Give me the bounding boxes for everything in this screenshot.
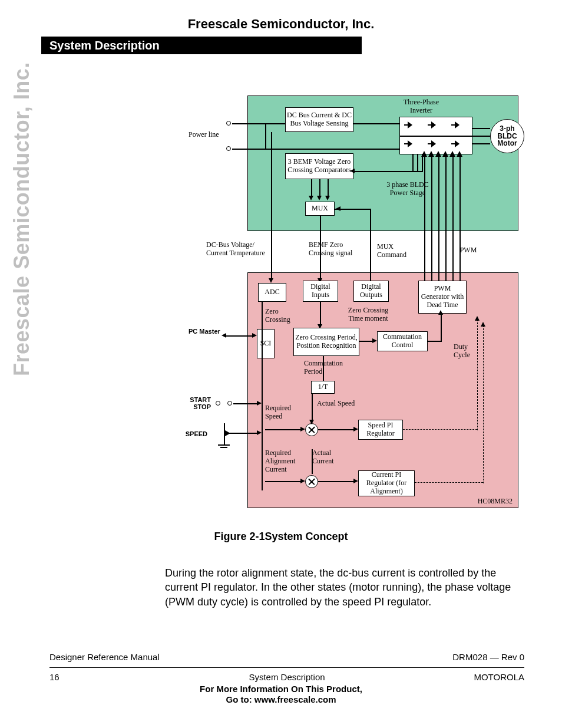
footer-row-1: Designer Reference Manual DRM028 — Rev 0 [49,652,524,662]
company-header: Freescale Semiconductor, Inc. [0,17,562,32]
current-pi-regulator-box: Current PI Regulator (for Alignment) [358,470,415,496]
speed-pi-regulator-box: Speed PI Regulator [358,420,403,440]
required-speed-label: Required Speed [265,404,300,421]
switch-icon [451,121,459,130]
duty-cycle-label: Duty Cycle [454,343,483,360]
pwm-generator-box: PWM Generator with Dead Time [418,281,467,314]
zc-period-recognition-box: Zero Crossing Period, Position Recogniti… [293,328,359,356]
switch-icon [428,140,436,149]
dc-vit-label: DC-Bus Voltage/ Current Temperature [206,241,271,258]
inverter-label: Three-Phase Inverter [395,98,448,115]
section-title-bar: System Description [41,37,362,54]
start-label: START [181,396,211,404]
footer-left-1: Designer Reference Manual [49,652,160,662]
switch-icon [451,140,459,149]
power-stage-zone-label: 3 phase BLDC Power Stage [378,181,437,197]
switch-icon [404,121,412,130]
system-concept-diagram: 3 phase BLDC Power Stage HC08MR32 Power … [165,95,533,520]
commutation-control-box: Commutation Control [377,331,428,351]
current-sum-junction-icon [305,475,318,488]
speed-sum-junction-icon [305,423,318,436]
side-watermark: Freescale Semiconductor, Inc. [9,62,34,376]
footer-center-2: System Description [49,672,524,682]
stop-label: STOP [181,403,211,411]
footer-more-info: For More Information On This Product, [0,684,562,694]
footer-row-2: 16 System Description MOTOROLA [49,672,524,682]
commutation-period-label: Commutation Period [304,360,357,376]
adc-box: ADC [258,283,286,302]
footer-right-1: DRM028 — Rev 0 [452,652,524,662]
mux-command-label: MUX Command [377,243,418,259]
pwm-label: PWM [454,246,483,255]
footer-rule [49,667,524,668]
start-stop-terminal [227,401,232,406]
actual-current-label: Actual Current [312,449,345,466]
bemf-comparators-box: 3 BEMF Voltage Zero Crossing Comparators [285,153,353,179]
dc-sense-box: DC Bus Current & DC Bus Voltage Sensing [285,107,353,132]
power-line-label: Power line [189,131,236,139]
power-line-terminal-bot [226,146,231,151]
sci-box: SCI [257,329,275,358]
power-line-terminal-top [226,121,231,126]
digital-outputs-box: Digital Outputs [353,281,389,302]
required-alignment-current-label: Required Alignment Current [265,449,306,473]
digital-inputs-box: Digital Inputs [303,281,338,302]
figure-caption: Figure 2-1System Concept [0,531,562,543]
speed-input-label: SPEED [178,430,207,438]
mcu-zone-label: HC08MR32 [465,498,513,506]
actual-speed-label: Actual Speed [317,400,364,408]
body-paragraph: During the rotor alignment state, the dc… [165,566,513,609]
zero-crossing-label: Zero Crossing [265,308,300,324]
one-over-t-box: 1/T [311,381,335,394]
switch-icon [404,140,412,149]
motor-icon: 3-ph BLDC Motor [490,119,524,153]
zc-time-moment-label: Zero Crossing Time moment [342,307,395,323]
switch-icon [428,121,436,130]
mux-box: MUX [305,202,335,216]
footer-goto-url: Go to: www.freescale.com [0,694,562,704]
bemf-zc-signal-label: BEMF Zero Crossing signal [309,241,356,258]
start-stop-terminal [216,401,220,406]
